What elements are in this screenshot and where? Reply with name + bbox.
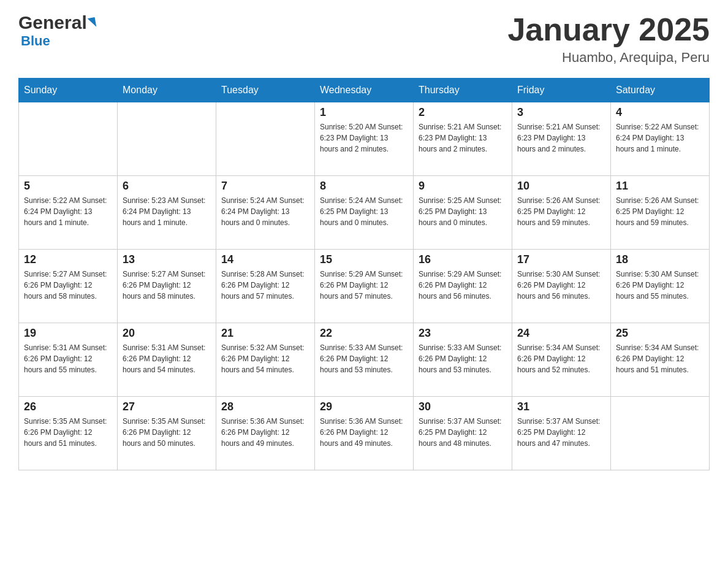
calendar-cell: 6Sunrise: 5:23 AM Sunset: 6:24 PM Daylig… (118, 176, 216, 250)
day-number: 30 (419, 400, 507, 413)
logo-general-text: General (18, 12, 87, 33)
location-title: Huambo, Arequipa, Peru (507, 50, 710, 66)
title-area: January 2025 Huambo, Arequipa, Peru (507, 12, 710, 66)
calendar-day-header: Friday (512, 79, 611, 102)
calendar-cell (216, 102, 315, 176)
day-number: 16 (419, 253, 507, 266)
day-number: 20 (123, 327, 211, 340)
day-info: Sunrise: 5:31 AM Sunset: 6:26 PM Dayligh… (123, 342, 211, 375)
day-info: Sunrise: 5:21 AM Sunset: 6:23 PM Dayligh… (517, 121, 605, 155)
day-number: 25 (616, 327, 704, 340)
day-info: Sunrise: 5:28 AM Sunset: 6:26 PM Dayligh… (221, 269, 309, 302)
day-info: Sunrise: 5:30 AM Sunset: 6:26 PM Dayligh… (616, 269, 704, 302)
day-info: Sunrise: 5:29 AM Sunset: 6:26 PM Dayligh… (320, 269, 408, 302)
day-number: 12 (24, 253, 112, 266)
logo-arrow-icon (87, 17, 96, 28)
day-number: 23 (419, 327, 507, 340)
calendar-cell: 31Sunrise: 5:37 AM Sunset: 6:25 PM Dayli… (512, 397, 611, 470)
day-number: 6 (123, 180, 211, 193)
calendar-cell: 7Sunrise: 5:24 AM Sunset: 6:24 PM Daylig… (216, 176, 315, 250)
calendar-cell: 4Sunrise: 5:22 AM Sunset: 6:24 PM Daylig… (611, 102, 710, 176)
calendar-cell: 15Sunrise: 5:29 AM Sunset: 6:26 PM Dayli… (315, 250, 414, 323)
day-number: 21 (221, 327, 309, 340)
calendar-cell: 23Sunrise: 5:33 AM Sunset: 6:26 PM Dayli… (414, 323, 512, 397)
day-number: 9 (419, 180, 507, 193)
calendar-cell: 24Sunrise: 5:34 AM Sunset: 6:26 PM Dayli… (512, 323, 611, 397)
calendar-cell: 25Sunrise: 5:34 AM Sunset: 6:26 PM Dayli… (611, 323, 710, 397)
day-info: Sunrise: 5:22 AM Sunset: 6:24 PM Dayligh… (24, 195, 112, 228)
day-number: 28 (221, 400, 309, 413)
day-info: Sunrise: 5:27 AM Sunset: 6:26 PM Dayligh… (24, 269, 112, 302)
calendar-day-header: Monday (118, 79, 216, 102)
calendar-cell (611, 397, 710, 470)
day-info: Sunrise: 5:33 AM Sunset: 6:26 PM Dayligh… (320, 342, 408, 375)
day-info: Sunrise: 5:32 AM Sunset: 6:26 PM Dayligh… (221, 342, 309, 375)
calendar-cell: 17Sunrise: 5:30 AM Sunset: 6:26 PM Dayli… (512, 250, 611, 323)
calendar-cell: 27Sunrise: 5:35 AM Sunset: 6:26 PM Dayli… (118, 397, 216, 470)
calendar-cell: 14Sunrise: 5:28 AM Sunset: 6:26 PM Dayli… (216, 250, 315, 323)
day-number: 11 (616, 180, 704, 193)
day-number: 5 (24, 180, 112, 193)
day-info: Sunrise: 5:25 AM Sunset: 6:25 PM Dayligh… (419, 195, 507, 228)
calendar-cell: 2Sunrise: 5:21 AM Sunset: 6:23 PM Daylig… (414, 102, 512, 176)
day-number: 8 (320, 180, 408, 193)
calendar-cell: 8Sunrise: 5:24 AM Sunset: 6:25 PM Daylig… (315, 176, 414, 250)
day-info: Sunrise: 5:35 AM Sunset: 6:26 PM Dayligh… (123, 416, 211, 449)
day-info: Sunrise: 5:34 AM Sunset: 6:26 PM Dayligh… (616, 342, 704, 375)
page-header: General Blue January 2025 Huambo, Arequi… (18, 12, 710, 66)
day-number: 17 (517, 253, 605, 266)
day-number: 27 (123, 400, 211, 413)
calendar-cell: 21Sunrise: 5:32 AM Sunset: 6:26 PM Dayli… (216, 323, 315, 397)
day-number: 18 (616, 253, 704, 266)
calendar-cell: 9Sunrise: 5:25 AM Sunset: 6:25 PM Daylig… (414, 176, 512, 250)
calendar-day-header: Saturday (611, 79, 710, 102)
day-number: 14 (221, 253, 309, 266)
calendar-cell: 20Sunrise: 5:31 AM Sunset: 6:26 PM Dayli… (118, 323, 216, 397)
calendar-day-header: Thursday (414, 79, 512, 102)
calendar-cell: 3Sunrise: 5:21 AM Sunset: 6:23 PM Daylig… (512, 102, 611, 176)
day-info: Sunrise: 5:34 AM Sunset: 6:26 PM Dayligh… (517, 342, 605, 375)
calendar-cell: 16Sunrise: 5:29 AM Sunset: 6:26 PM Dayli… (414, 250, 512, 323)
day-info: Sunrise: 5:23 AM Sunset: 6:24 PM Dayligh… (123, 195, 211, 228)
day-number: 26 (24, 400, 112, 413)
day-number: 4 (616, 106, 704, 119)
day-info: Sunrise: 5:24 AM Sunset: 6:24 PM Dayligh… (221, 195, 309, 228)
day-info: Sunrise: 5:36 AM Sunset: 6:26 PM Dayligh… (320, 416, 408, 449)
day-number: 7 (221, 180, 309, 193)
day-info: Sunrise: 5:27 AM Sunset: 6:26 PM Dayligh… (123, 269, 211, 302)
day-info: Sunrise: 5:33 AM Sunset: 6:26 PM Dayligh… (419, 342, 507, 375)
calendar-cell: 5Sunrise: 5:22 AM Sunset: 6:24 PM Daylig… (19, 176, 118, 250)
calendar-table: SundayMondayTuesdayWednesdayThursdayFrid… (18, 78, 710, 470)
day-info: Sunrise: 5:22 AM Sunset: 6:24 PM Dayligh… (616, 121, 704, 155)
calendar-cell: 10Sunrise: 5:26 AM Sunset: 6:25 PM Dayli… (512, 176, 611, 250)
calendar-week-row: 5Sunrise: 5:22 AM Sunset: 6:24 PM Daylig… (19, 176, 710, 250)
calendar-cell: 13Sunrise: 5:27 AM Sunset: 6:26 PM Dayli… (118, 250, 216, 323)
calendar-cell: 30Sunrise: 5:37 AM Sunset: 6:25 PM Dayli… (414, 397, 512, 470)
day-number: 19 (24, 327, 112, 340)
calendar-cell (19, 102, 118, 176)
day-info: Sunrise: 5:26 AM Sunset: 6:25 PM Dayligh… (616, 195, 704, 228)
calendar-cell: 19Sunrise: 5:31 AM Sunset: 6:26 PM Dayli… (19, 323, 118, 397)
calendar-day-header: Wednesday (315, 79, 414, 102)
logo: General Blue (18, 12, 96, 49)
calendar-week-row: 26Sunrise: 5:35 AM Sunset: 6:26 PM Dayli… (19, 397, 710, 470)
calendar-cell: 29Sunrise: 5:36 AM Sunset: 6:26 PM Dayli… (315, 397, 414, 470)
logo-blue-text: Blue (21, 33, 50, 49)
day-info: Sunrise: 5:21 AM Sunset: 6:23 PM Dayligh… (419, 121, 507, 155)
day-number: 29 (320, 400, 408, 413)
day-info: Sunrise: 5:31 AM Sunset: 6:26 PM Dayligh… (24, 342, 112, 375)
day-number: 2 (419, 106, 507, 119)
month-title: January 2025 (507, 12, 710, 47)
day-number: 1 (320, 106, 408, 119)
calendar-week-row: 1Sunrise: 5:20 AM Sunset: 6:23 PM Daylig… (19, 102, 710, 176)
day-info: Sunrise: 5:35 AM Sunset: 6:26 PM Dayligh… (24, 416, 112, 449)
calendar-cell: 18Sunrise: 5:30 AM Sunset: 6:26 PM Dayli… (611, 250, 710, 323)
day-info: Sunrise: 5:36 AM Sunset: 6:26 PM Dayligh… (221, 416, 309, 449)
day-number: 24 (517, 327, 605, 340)
day-info: Sunrise: 5:37 AM Sunset: 6:25 PM Dayligh… (517, 416, 605, 449)
day-info: Sunrise: 5:26 AM Sunset: 6:25 PM Dayligh… (517, 195, 605, 228)
day-number: 3 (517, 106, 605, 119)
calendar-cell: 26Sunrise: 5:35 AM Sunset: 6:26 PM Dayli… (19, 397, 118, 470)
day-number: 13 (123, 253, 211, 266)
day-info: Sunrise: 5:37 AM Sunset: 6:25 PM Dayligh… (419, 416, 507, 449)
